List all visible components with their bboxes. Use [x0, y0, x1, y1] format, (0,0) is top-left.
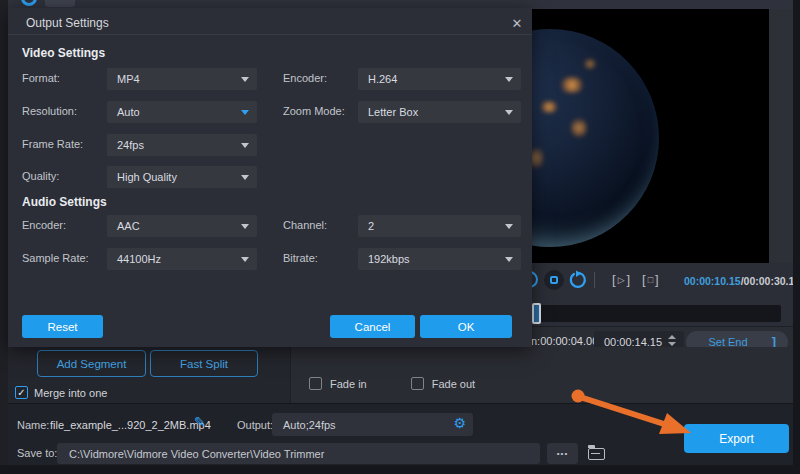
- window-right-edge: [793, 0, 800, 474]
- bracket-right: ]: [627, 272, 631, 287]
- dialog-header-divider: [8, 34, 532, 35]
- time-display: 00:00:10.15/00:00:30.13: [684, 275, 800, 287]
- video-preview: [532, 9, 769, 263]
- segment-panel: Add Segment Fast Split ✓ Merge into one: [8, 347, 290, 403]
- play-segment-button[interactable]: [▷]: [612, 271, 630, 288]
- fast-split-button[interactable]: Fast Split: [150, 350, 258, 377]
- city-lights: [559, 77, 585, 93]
- fast-split-label: Fast Split: [180, 358, 228, 370]
- reset-button[interactable]: Reset: [22, 315, 103, 338]
- encoder-label: Encoder:: [283, 72, 327, 84]
- encoder-value: H.264: [368, 73, 397, 85]
- save-to-label: Save to:: [17, 447, 57, 459]
- resolution-dropdown[interactable]: Auto: [107, 101, 257, 123]
- merge-checkbox[interactable]: ✓: [15, 386, 28, 399]
- timeline-track[interactable]: [537, 305, 781, 322]
- earth-night-frame: [532, 29, 659, 247]
- quality-dropdown[interactable]: High Quality: [107, 166, 257, 188]
- sample-rate-label: Sample Rate:: [22, 252, 89, 264]
- stop-icon: □: [648, 275, 653, 285]
- export-button[interactable]: Export: [684, 424, 789, 453]
- open-folder-button[interactable]: [584, 443, 608, 464]
- stop-segment-button[interactable]: [□]: [642, 271, 659, 288]
- save-path-field[interactable]: C:\Vidmore\Vidmore Video Converter\Video…: [57, 443, 540, 464]
- city-lights: [583, 59, 597, 69]
- bracket-right: ]: [655, 272, 659, 287]
- bitrate-value: 192kbps: [368, 253, 410, 265]
- fade-out-label: Fade out: [432, 378, 475, 390]
- ellipsis-icon: •••: [557, 449, 568, 458]
- spinner-down-icon[interactable]: [668, 342, 676, 346]
- fade-out-checkbox[interactable]: [411, 377, 424, 390]
- frame-rate-label: Frame Rate:: [22, 138, 83, 150]
- encoder-dropdown[interactable]: H.264: [358, 68, 521, 90]
- square-glyph: [550, 276, 558, 284]
- fade-in-label: Fade in: [330, 378, 367, 390]
- fade-in-checkbox[interactable]: [309, 377, 322, 390]
- format-dropdown[interactable]: MP4: [107, 68, 257, 90]
- channel-dropdown[interactable]: 2: [358, 215, 521, 237]
- city-lights: [571, 117, 587, 139]
- frame-rate-value: 24fps: [117, 139, 144, 151]
- cancel-button[interactable]: Cancel: [330, 315, 415, 338]
- output-settings-dialog: Output Settings ✕ Video Settings Format:…: [8, 8, 532, 347]
- resolution-value: Auto: [117, 106, 140, 118]
- chevron-down-icon: [505, 224, 513, 229]
- merge-label: Merge into one: [34, 387, 107, 399]
- fade-panel: Fade in Fade out: [290, 347, 793, 403]
- zoom-mode-dropdown[interactable]: Letter Box: [358, 101, 521, 123]
- current-time: 00:00:10.15: [684, 275, 741, 287]
- add-segment-label: Add Segment: [57, 358, 127, 370]
- resolution-label: Resolution:: [22, 105, 77, 117]
- channel-value: 2: [368, 220, 374, 232]
- quality-label: Quality:: [22, 170, 59, 182]
- edit-name-icon[interactable]: ✎: [194, 414, 206, 430]
- audio-encoder-label: Encoder:: [22, 219, 66, 231]
- frame-rate-dropdown[interactable]: 24fps: [107, 134, 257, 156]
- channel-label: Channel:: [283, 219, 327, 231]
- timeline: [528, 303, 793, 326]
- spinner-up-icon[interactable]: [668, 335, 676, 339]
- window-bottom-edge: [0, 465, 800, 474]
- output-label: Output:: [237, 419, 273, 431]
- controls-divider: [594, 272, 595, 288]
- check-icon: ✓: [17, 388, 25, 398]
- chevron-down-icon: [241, 257, 249, 262]
- reset-playback-icon[interactable]: [568, 270, 588, 290]
- browse-button[interactable]: •••: [547, 443, 578, 464]
- format-label: Format:: [22, 72, 60, 84]
- name-label: Name:: [17, 419, 49, 431]
- sample-rate-dropdown[interactable]: 44100Hz: [107, 248, 257, 270]
- video-settings-header: Video Settings: [22, 46, 105, 60]
- audio-encoder-dropdown[interactable]: AAC: [107, 215, 257, 237]
- app-window: [▷] [□] 00:00:10.15/00:00:30.13 n:00:00:…: [0, 0, 800, 474]
- time-spinner[interactable]: [668, 335, 676, 346]
- add-segment-button[interactable]: Add Segment: [37, 350, 146, 377]
- zoom-mode-value: Letter Box: [368, 106, 418, 118]
- preview-side-panel: [769, 9, 793, 263]
- save-path-value: C:\Vidmore\Vidmore Video Converter\Video…: [69, 448, 324, 460]
- output-value: Auto;24fps: [283, 419, 336, 431]
- copy-segment-icon[interactable]: [544, 270, 564, 290]
- bracket-left: [: [612, 272, 616, 287]
- hidden-title-fragment: [45, 0, 75, 7]
- play-icon: ▷: [618, 275, 625, 285]
- gear-icon[interactable]: ⚙: [453, 415, 466, 431]
- ok-button[interactable]: OK: [420, 315, 512, 338]
- export-label: Export: [719, 432, 754, 446]
- chevron-down-icon: [505, 257, 513, 262]
- window-left-edge: [0, 0, 8, 465]
- name-value: file_example_...920_2_2MB.mp4: [50, 419, 211, 431]
- chevron-down-icon: [241, 77, 249, 82]
- zoom-mode-label: Zoom Mode:: [283, 105, 345, 117]
- city-lights: [532, 145, 543, 171]
- close-icon[interactable]: ✕: [506, 12, 528, 34]
- chevron-down-icon: [241, 110, 249, 115]
- output-profile-field[interactable]: Auto;24fps ⚙: [272, 413, 473, 436]
- bitrate-label: Bitrate:: [283, 252, 318, 264]
- bitrate-dropdown[interactable]: 192kbps: [358, 248, 521, 270]
- folder-icon: [588, 448, 605, 460]
- duration-value: n:00:00:04.00: [531, 335, 598, 347]
- timeline-start-handle[interactable]: [532, 303, 541, 324]
- audio-settings-header: Audio Settings: [22, 195, 107, 209]
